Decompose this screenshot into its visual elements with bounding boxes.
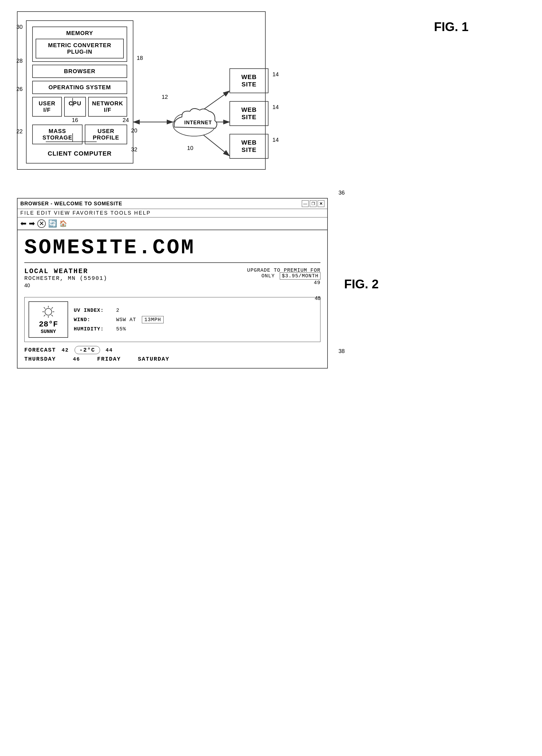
minimize-button[interactable]: — <box>302 200 309 207</box>
wind-speed-box: 13MPH <box>142 316 164 323</box>
uv-row: UV INDEX: 2 <box>74 308 316 313</box>
fig1-outer-border: 30 MEMORY METRIC CONVERTER PLUG-IN 28 BR… <box>17 11 265 170</box>
forecast-label: FORECAST <box>24 347 56 353</box>
ref-32: 32 <box>131 146 137 153</box>
ref-28: 28 <box>16 58 23 64</box>
ref-26: 26 <box>16 86 23 92</box>
forecast-header-row: FORECAST 42 -2°C 44 <box>24 346 321 354</box>
humidity-row: HUMIDITY: 55% <box>74 326 316 332</box>
browser-titlebar: BROWSER - WELCOME TO SOMESITE — ❐ ✕ <box>18 199 327 209</box>
upgrade-price: $3.95/MONTH <box>280 272 321 280</box>
browser-window: BROWSER - WELCOME TO SOMESITE — ❐ ✕ FILE… <box>17 198 328 369</box>
svg-line-26 <box>51 307 53 309</box>
weather-details: UV INDEX: 2 WIND: WSW AT 13MPH HUMIDITY:… <box>74 301 316 338</box>
user-profile-box: USER PROFILE <box>85 125 127 144</box>
weather-widget: 28°F SUNNY UV INDEX: 2 WIND: WSW AT 13MP… <box>24 297 321 342</box>
client-computer-label: CLIENT COMPUTER <box>32 150 127 157</box>
ref-22: 22 <box>16 128 23 135</box>
internet-area: 12 INTERNET 10 <box>170 105 218 140</box>
network-if-box: NETWORK I/F <box>88 97 127 117</box>
os-box: OPERATING SYSTEM <box>32 81 127 94</box>
day1-label: THURSDAY <box>24 356 56 362</box>
ref-24: 24 <box>123 117 129 123</box>
site-title: SOMESITE.COM <box>24 236 321 263</box>
client-computer-box: 30 MEMORY METRIC CONVERTER PLUG-IN 28 BR… <box>26 20 133 164</box>
ref-10: 10 <box>187 145 193 151</box>
uv-label: UV INDEX: <box>74 308 110 313</box>
forward-button[interactable]: ➡ <box>29 219 35 228</box>
weather-location: ROCHESTER, MN (55901) <box>24 275 107 282</box>
upgrade-section: UPGRADE TO PREMIUM FOR ONLY $3.95/MONTH … <box>247 267 321 279</box>
fig2-title: FIG. 2 <box>344 277 379 291</box>
ref-38: 38 <box>339 348 345 354</box>
cloud-svg: INTERNET <box>170 105 218 139</box>
weather-header-row: LOCAL WEATHER ROCHESTER, MN (55901) 40 U… <box>24 267 321 289</box>
browser-content: SOMESITE.COM LOCAL WEATHER ROCHESTER, MN… <box>18 230 327 368</box>
website-box-1: WEB SITE <box>229 68 268 93</box>
ref-46: 46 <box>73 356 80 362</box>
humidity-label: HUMIDITY: <box>74 326 110 332</box>
uv-value: 2 <box>116 308 119 313</box>
maximize-button[interactable]: ❐ <box>310 200 317 207</box>
website-box-3: WEB SITE <box>229 134 268 159</box>
svg-line-25 <box>51 315 53 316</box>
day3-label: SATURDAY <box>138 356 169 362</box>
ref-40: 40 <box>24 283 107 289</box>
svg-line-24 <box>44 307 45 309</box>
weather-info-left: LOCAL WEATHER ROCHESTER, MN (55901) 40 <box>24 267 107 289</box>
ref-12: 12 <box>162 94 168 100</box>
back-button[interactable]: ⬅ <box>20 219 27 228</box>
ref-42: 42 <box>62 347 69 353</box>
svg-text:INTERNET: INTERNET <box>184 120 212 125</box>
svg-line-27 <box>44 315 45 316</box>
temperature-display: 28°F <box>39 320 58 329</box>
weather-icon-box: 28°F SUNNY <box>29 301 68 338</box>
bot-row: MASS STORAGE USER PROFILE 20 32 <box>32 125 127 144</box>
upgrade-price-prefix: ONLY <box>261 273 275 279</box>
forecast-section: FORECAST 42 -2°C 44 THURSDAY 46 FRIDAY S… <box>24 346 321 362</box>
close-button[interactable]: ✕ <box>318 200 325 207</box>
svg-point-19 <box>45 308 52 315</box>
wind-row: WIND: WSW AT 13MPH <box>74 316 316 323</box>
stop-button[interactable]: ✕ <box>37 219 46 228</box>
user-if-box: USER I/F <box>32 97 62 117</box>
ref-14-2: 14 <box>273 104 279 110</box>
website-box-2: WEB SITE <box>229 101 268 126</box>
ref-14-1: 14 <box>273 71 279 78</box>
condition-display: SUNNY <box>41 329 56 334</box>
ref-36: 36 <box>339 189 345 196</box>
memory-outer-box: MEMORY METRIC CONVERTER PLUG-IN <box>32 27 127 62</box>
weather-heading: LOCAL WEATHER <box>24 267 107 275</box>
ref-44: 44 <box>106 347 113 353</box>
metric-converter-box: METRIC CONVERTER PLUG-IN <box>36 39 124 58</box>
mid-row: 22 USER I/F CPU 16 NETWORK I/F 24 <box>32 97 127 117</box>
mass-storage-box: MASS STORAGE <box>32 125 82 144</box>
humidity-value: 55% <box>116 326 126 332</box>
forecast-temp-box: -2°C <box>75 346 100 354</box>
day2-label: FRIDAY <box>97 356 121 362</box>
ref-49: 49 <box>314 280 321 286</box>
wind-label: WIND: <box>74 317 110 323</box>
websites-area: WEB SITE 14 WEB SITE 14 WEB SITE 14 <box>229 68 268 159</box>
ref-20: 20 <box>131 127 137 134</box>
fig1-title: FIG. 1 <box>434 20 469 34</box>
forecast-days-row: THURSDAY 46 FRIDAY SATURDAY <box>24 356 321 362</box>
ref-16: 16 <box>72 117 78 123</box>
cpu-box: CPU <box>64 97 86 117</box>
ref-48: 48 <box>315 295 321 301</box>
home-button[interactable]: 🏠 <box>59 220 67 227</box>
ref-14-3: 14 <box>273 137 279 143</box>
browser-toolbar: ⬅ ➡ ✕ 🔄 🏠 <box>18 217 327 230</box>
refresh-button[interactable]: 🔄 <box>48 219 57 228</box>
titlebar-controls: — ❐ ✕ <box>302 200 325 207</box>
wind-direction: WSW AT <box>116 317 136 323</box>
memory-label: MEMORY <box>36 30 124 36</box>
browser-title: BROWSER - WELCOME TO SOMESITE <box>20 201 122 207</box>
browser-box: BROWSER <box>32 65 127 78</box>
sun-icon <box>41 305 55 319</box>
ref-30: 30 <box>16 24 23 30</box>
browser-menubar: FILE EDIT VIEW FAVORITES TOOLS HELP <box>18 209 327 217</box>
ref-18: 18 <box>137 55 143 61</box>
